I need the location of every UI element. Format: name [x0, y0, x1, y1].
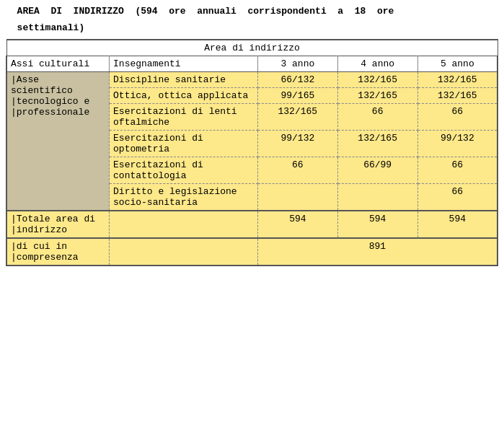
header-section: AREA DI INDIRIZZO (594 ore annuali corri… — [6, 6, 498, 33]
totale-row: |Totale area di |indirizzo 594 594 594 — [6, 211, 498, 238]
anno4-cell — [337, 184, 417, 211]
totale-anno3: 594 — [257, 211, 337, 238]
anno5-cell: 132/165 — [417, 88, 498, 104]
anno4-cell: 66 — [337, 104, 417, 131]
insegnamento-cell: Discipline sanitarie — [110, 72, 258, 88]
anno5-cell: 66 — [417, 104, 498, 131]
asse-cell: |Asse scientifico |tecnologico e |profes… — [6, 72, 110, 211]
header-line2: settimanali) — [6, 22, 498, 33]
table-row: |Asse scientifico |tecnologico e |profes… — [6, 72, 498, 88]
dicui-insegnamento — [110, 238, 258, 266]
insegnamento-cell: Esercitazioni di contattologia — [110, 157, 258, 184]
anno3-cell: 66/132 — [257, 72, 337, 88]
col-anno5: 5 anno — [417, 56, 498, 72]
anno5-cell: 66 — [417, 184, 498, 211]
col-assi: Assi culturali — [6, 56, 110, 72]
anno5-cell: 66 — [417, 157, 498, 184]
anno3-cell: 132/165 — [257, 104, 337, 131]
anno3-cell: 99/132 — [257, 131, 337, 157]
header-line1: AREA DI INDIRIZZO (594 ore annuali corri… — [6, 6, 498, 17]
anno3-cell: 66 — [257, 157, 337, 184]
anno4-cell: 132/165 — [337, 72, 417, 88]
insegnamento-cell: Esercitazioni di optometria — [110, 131, 258, 157]
col-anno4: 4 anno — [337, 56, 417, 72]
anno3-cell — [257, 184, 337, 211]
totale-insegnamento — [110, 211, 258, 238]
anno4-cell: 132/165 — [337, 131, 417, 157]
totale-anno5: 594 — [417, 211, 498, 238]
insegnamento-cell: Esercitazioni di lenti oftalmiche — [110, 104, 258, 131]
anno4-cell: 66/99 — [337, 157, 417, 184]
main-table: Area di indirizzo Assi culturali Insegna… — [6, 39, 498, 266]
totale-anno4: 594 — [337, 211, 417, 238]
col-header-row: Assi culturali Insegnamenti 3 anno 4 ann… — [6, 56, 498, 72]
anno5-cell: 99/132 — [417, 131, 498, 157]
anno4-cell: 132/165 — [337, 88, 417, 104]
area-header-cell: Area di indirizzo — [6, 40, 498, 56]
totale-label: |Totale area di |indirizzo — [6, 211, 110, 238]
dicui-label: |di cui in |compresenza — [6, 238, 110, 266]
insegnamento-cell: Ottica, ottica applicata — [110, 88, 258, 104]
insegnamento-cell: Diritto e legislazione socio-sanitaria — [110, 184, 258, 211]
dicui-value: 891 — [257, 238, 498, 266]
anno5-cell: 132/165 — [417, 72, 498, 88]
anno3-cell: 99/165 — [257, 88, 337, 104]
area-header-row: Area di indirizzo — [6, 40, 498, 56]
col-insegnamenti: Insegnamenti — [110, 56, 258, 72]
dicui-row: |di cui in |compresenza 891 — [6, 238, 498, 266]
col-anno3: 3 anno — [257, 56, 337, 72]
